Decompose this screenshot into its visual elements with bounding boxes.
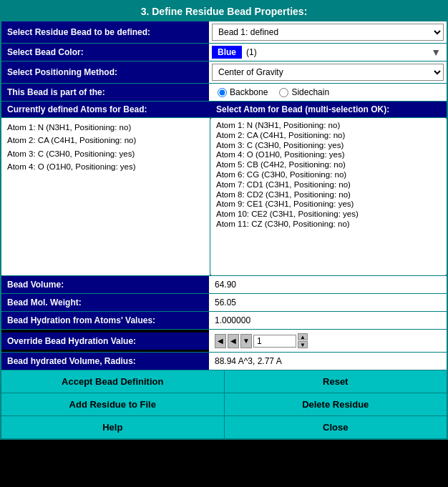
spin-down-button[interactable]: ▼ — [240, 334, 252, 348]
bead-mol-weight-value-cell: 56.05 — [209, 294, 447, 311]
bead-hydration-value-cell: 1.000000 — [209, 312, 447, 329]
select-bead-dropdown[interactable]: Bead 1: defined — [212, 24, 444, 41]
main-container: 3. Define Residue Bead Properties: Selec… — [0, 0, 448, 440]
hydrated-volume-row: Bead hydrated Volume, Radius: 88.94 A^3,… — [1, 353, 447, 370]
selectable-atoms-list[interactable]: Atom 1: N (N3H1, Positioning: no)Atom 2:… — [210, 118, 447, 275]
backbone-option[interactable]: Backbone — [218, 87, 268, 97]
color-number: (1) — [246, 47, 257, 57]
select-bead-row: Select Residue Bead to be defined: Bead … — [1, 21, 447, 44]
button-row-3: Help Close — [1, 416, 447, 438]
spin-up-down-group: ▲ ▼ — [298, 333, 308, 348]
part-of-label: This Bead is part of the: — [1, 84, 209, 101]
add-residue-button[interactable]: Add Residue to File — [1, 393, 225, 415]
select-atom-header: Select Atom for Bead (multi-selection OK… — [210, 102, 447, 117]
accept-button[interactable]: Accept Bead Definition — [1, 370, 225, 393]
delete-residue-button[interactable]: Delete Residue — [225, 393, 447, 415]
color-dropdown-arrow[interactable]: ▼ — [431, 46, 441, 58]
select-bead-label: Select Residue Bead to be defined: — [1, 21, 209, 43]
part-of-row: This Bead is part of the: Backbone Sidec… — [1, 84, 447, 102]
bead-hydration-label: Bead Hydration from Atoms' Values: — [1, 312, 209, 329]
select-color-value-cell: Blue (1) ▼ — [209, 44, 447, 61]
selectable-atoms-wrapper: Atom 1: N (N3H1, Positioning: no)Atom 2:… — [210, 118, 447, 275]
bead-hydration-value: 1.000000 — [212, 314, 444, 327]
button-row-2: Add Residue to File Delete Residue — [1, 393, 447, 416]
list-item: Atom 1: N (N3H1, Positioning: no) — [7, 121, 204, 134]
sidechain-radio[interactable] — [279, 88, 288, 97]
spin-up-button[interactable]: ▲ — [298, 333, 308, 340]
backbone-radio[interactable] — [218, 88, 227, 97]
sidechain-option[interactable]: Sidechain — [279, 87, 329, 97]
bead-hydration-row: Bead Hydration from Atoms' Values: 1.000… — [1, 312, 447, 330]
hydrated-volume-value: 88.94 A^3, 2.77 A — [212, 355, 444, 368]
bead-volume-value: 64.90 — [212, 278, 444, 291]
current-atoms-list: Atom 1: N (N3H1, Positioning: no) Atom 2… — [1, 118, 210, 275]
sidechain-label: Sidechain — [291, 87, 329, 97]
list-item: Atom 4: O (O1H0, Positioning: yes) — [7, 160, 204, 173]
part-of-value-cell: Backbone Sidechain — [209, 84, 447, 101]
select-color-row: Select Bead Color: Blue (1) ▼ — [1, 44, 447, 62]
page-title: 3. Define Residue Bead Properties: — [1, 1, 447, 21]
hydrated-volume-value-cell: 88.94 A^3, 2.77 A — [209, 353, 447, 370]
close-button[interactable]: Close — [225, 416, 447, 438]
button-row-1: Accept Bead Definition Reset — [1, 370, 447, 393]
radio-group: Backbone Sidechain — [212, 87, 335, 97]
reset-button[interactable]: Reset — [225, 370, 447, 393]
help-button[interactable]: Help — [1, 416, 225, 438]
positioning-row: Select Positioning Method: Center of Gra… — [1, 62, 447, 84]
spin-right-button[interactable]: ◀ — [228, 334, 239, 348]
positioning-label: Select Positioning Method: — [1, 62, 209, 83]
bead-mol-weight-label: Bead Mol. Weight: — [1, 294, 209, 311]
spin-left-button[interactable]: ◀ — [215, 334, 226, 348]
bead-volume-row: Bead Volume: 64.90 — [1, 276, 447, 294]
positioning-value-cell: Center of Gravity — [209, 62, 447, 83]
bead-volume-label: Bead Volume: — [1, 276, 209, 293]
spinner-group: ◀ ◀ ▼ ▲ ▼ — [212, 332, 311, 350]
override-label: Override Bead Hydration Value: — [1, 333, 209, 350]
bead-mol-weight-row: Bead Mol. Weight: 56.05 — [1, 294, 447, 312]
list-item: Atom 3: C (C3H0, Positioning: yes) — [7, 147, 204, 160]
list-item: Atom 2: CA (C4H1, Positioning: no) — [7, 134, 204, 147]
color-swatch: Blue — [212, 46, 242, 59]
select-color-label: Select Bead Color: — [1, 44, 209, 61]
override-input[interactable] — [253, 335, 296, 348]
bead-volume-value-cell: 64.90 — [209, 276, 447, 293]
select-bead-value-cell: Bead 1: defined — [209, 21, 447, 43]
spin-down2-button[interactable]: ▼ — [298, 341, 308, 348]
positioning-dropdown[interactable]: Center of Gravity — [212, 64, 444, 81]
backbone-label: Backbone — [230, 87, 268, 97]
current-atoms-header: Currently defined Atoms for Bead: — [1, 102, 210, 117]
atoms-header-row: Currently defined Atoms for Bead: Select… — [1, 102, 447, 118]
atoms-section: Atom 1: N (N3H1, Positioning: no) Atom 2… — [1, 118, 447, 276]
bead-mol-weight-value: 56.05 — [212, 296, 444, 309]
override-row: Override Bead Hydration Value: ◀ ◀ ▼ ▲ ▼ — [1, 330, 447, 353]
hydrated-volume-label: Bead hydrated Volume, Radius: — [1, 353, 209, 370]
override-value-cell: ◀ ◀ ▼ ▲ ▼ — [209, 330, 447, 352]
